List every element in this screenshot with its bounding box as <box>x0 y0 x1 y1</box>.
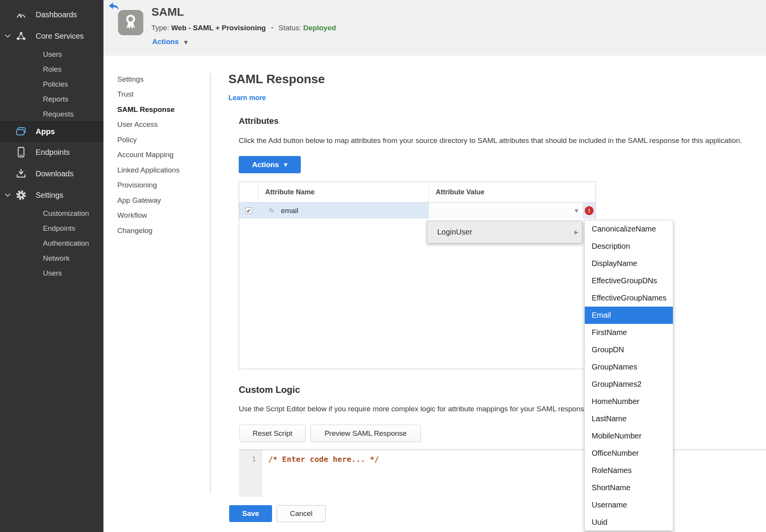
submenu-option[interactable]: RoleNames <box>585 462 673 479</box>
learn-more-link[interactable]: Learn more <box>228 94 266 102</box>
sidebar-subitem[interactable]: Users <box>0 47 103 62</box>
submenu-option[interactable]: EffectiveGroupNames <box>585 289 673 307</box>
sidebar-subitem-label: Customization <box>43 209 89 218</box>
sidebar-subitem[interactable]: Customization <box>0 206 103 221</box>
submenu-option[interactable]: GroupNames <box>585 358 673 376</box>
sidebar-item-downloads[interactable]: Downloads <box>0 163 103 184</box>
subnav-item[interactable]: SAML Response <box>117 102 203 117</box>
attribute-value-column-header: Attribute Value <box>429 182 595 202</box>
error-icon: ! <box>585 206 594 215</box>
page-app-title: SAML <box>151 5 184 18</box>
sidebar-item-settings[interactable]: Settings <box>0 184 103 206</box>
submenu-option[interactable]: HomeNumber <box>585 393 673 410</box>
attribute-value-dropdown[interactable]: ▼ <box>429 203 583 218</box>
submenu-option-label: MobileNumber <box>592 432 641 440</box>
app-meta: Type: Web - SAML + Provisioning • Status… <box>151 24 336 32</box>
subnav-item[interactable]: Policy <box>117 132 203 148</box>
attributes-table: Attribute Name Attribute Value ✔ ✎ email… <box>239 182 596 369</box>
sidebar-subitem[interactable]: Network <box>0 251 103 266</box>
submenu-option-label: DisplayName <box>592 259 637 268</box>
submenu-option-label: LastName <box>592 414 627 423</box>
submenu-option[interactable]: DisplayName <box>585 255 673 272</box>
edit-pencil-icon[interactable]: ✎ <box>269 207 274 215</box>
attribute-name-value: email <box>281 207 298 215</box>
submenu-option-label: FirstName <box>592 328 627 337</box>
sidebar-item-apps[interactable]: Apps <box>0 122 103 141</box>
subnav-item-label: App Gateway <box>117 196 161 205</box>
sidebar-subitem-label: Users <box>43 50 62 59</box>
chevron-down-icon[interactable] <box>5 192 11 199</box>
phone-icon <box>15 146 27 158</box>
sidebar-subitem[interactable]: Roles <box>0 62 103 77</box>
select-column-header <box>239 182 258 202</box>
submenu-option[interactable]: Uuid <box>585 514 673 531</box>
submenu-option[interactable]: Description <box>585 238 673 255</box>
subnav-item[interactable]: App Gateway <box>117 193 203 208</box>
sidebar-item-endpoints[interactable]: Endpoints <box>0 141 103 163</box>
saml-app-icon <box>118 10 143 35</box>
attribute-name-cell: ✎ email <box>258 203 429 218</box>
subnav-item-label: Workflow <box>117 211 147 220</box>
table-header-row: Attribute Name Attribute Value <box>239 182 595 203</box>
subnav-item[interactable]: Changelog <box>117 223 203 238</box>
subnav-item[interactable]: Provisioning <box>117 178 203 193</box>
back-arrow-icon[interactable] <box>108 2 120 12</box>
sidebar-subitem-label: Authentication <box>43 239 89 248</box>
submenu-option[interactable]: Username <box>585 496 673 514</box>
subnav-item-label: Account Mapping <box>117 151 174 159</box>
submenu-option[interactable]: GroupNames2 <box>585 376 673 393</box>
sidebar-subitem[interactable]: Endpoints <box>0 221 103 236</box>
row-checkbox[interactable]: ✔ <box>246 207 252 214</box>
subnav-item[interactable]: Workflow <box>117 208 203 223</box>
core-services-icon <box>15 30 27 42</box>
submenu-option[interactable]: GroupDN <box>585 341 673 358</box>
submenu-option[interactable]: FirstName <box>585 324 673 341</box>
chevron-down-icon: ▼ <box>184 39 188 45</box>
subnav-item-label: Policy <box>117 136 137 144</box>
submenu-option[interactable]: EffectiveGroupDNs <box>585 272 673 289</box>
attributes-description: Click the Add button below to map attrib… <box>239 136 742 145</box>
sidebar-subitem-label: Policies <box>43 80 68 89</box>
submenu-option[interactable]: LastName <box>585 410 673 427</box>
sidebar-item-label: Endpoints <box>36 148 70 157</box>
submenu-option[interactable]: CanonicalizeName <box>585 220 673 238</box>
sidebar-subitem[interactable]: Policies <box>0 77 103 92</box>
subnav-item[interactable]: User Access <box>117 117 203 133</box>
reset-script-button[interactable]: Reset Script <box>239 425 305 442</box>
sidebar-subitem[interactable]: Reports <box>0 92 103 107</box>
subnav-item[interactable]: Account Mapping <box>117 148 203 163</box>
submenu-option-label: GroupNames <box>592 363 637 371</box>
submenu-option[interactable]: Email <box>585 307 673 324</box>
meta-separator: • <box>271 24 274 32</box>
submenu-option-label: GroupDN <box>592 345 624 354</box>
sidebar-subitem-label: Roles <box>43 65 62 74</box>
subnav-item[interactable]: Settings <box>117 72 203 87</box>
sidebar-subitem[interactable]: Requests <box>0 107 103 122</box>
submenu-option-label: RoleNames <box>592 466 631 475</box>
cancel-button[interactable]: Cancel <box>277 505 326 522</box>
save-button[interactable]: Save <box>229 505 272 522</box>
attribute-value-cell: ▼ ! <box>429 203 595 218</box>
chevron-down-icon[interactable] <box>5 33 11 39</box>
submenu-option[interactable]: ShortName <box>585 479 673 496</box>
sidebar-subitem[interactable]: Authentication <box>0 236 103 251</box>
nav-content-divider <box>210 74 211 494</box>
preview-saml-response-button[interactable]: Preview SAML Response <box>310 425 421 442</box>
custom-logic-description: Use the Script Editor below if you requi… <box>239 405 590 413</box>
subnav-item-label: SAML Response <box>117 105 175 114</box>
header-actions-menu[interactable]: Actions ▼ <box>152 38 188 46</box>
editor-code-area[interactable]: /* Enter code here... */ <box>262 450 766 497</box>
sidebar-item-label: Core Services <box>36 32 84 41</box>
subnav-item[interactable]: Trust <box>117 87 203 102</box>
submenu-option[interactable]: OfficeNumber <box>585 445 673 462</box>
attributes-actions-button[interactable]: Actions ▼ <box>239 156 301 173</box>
sidebar-item-label: Settings <box>36 191 63 200</box>
sidebar-subitem[interactable]: Users <box>0 266 103 281</box>
subnav-item[interactable]: Linked Applications <box>117 163 203 178</box>
sidebar-item-core-services[interactable]: Core Services <box>0 25 103 47</box>
submenu-option-label: Uuid <box>592 518 607 527</box>
value-dropdown-menu[interactable]: LoginUser ▶ <box>427 221 582 243</box>
submenu-option-label: Username <box>592 501 627 509</box>
submenu-option[interactable]: MobileNumber <box>585 427 673 445</box>
sidebar-item-dashboards[interactable]: Dashboards <box>0 4 103 25</box>
